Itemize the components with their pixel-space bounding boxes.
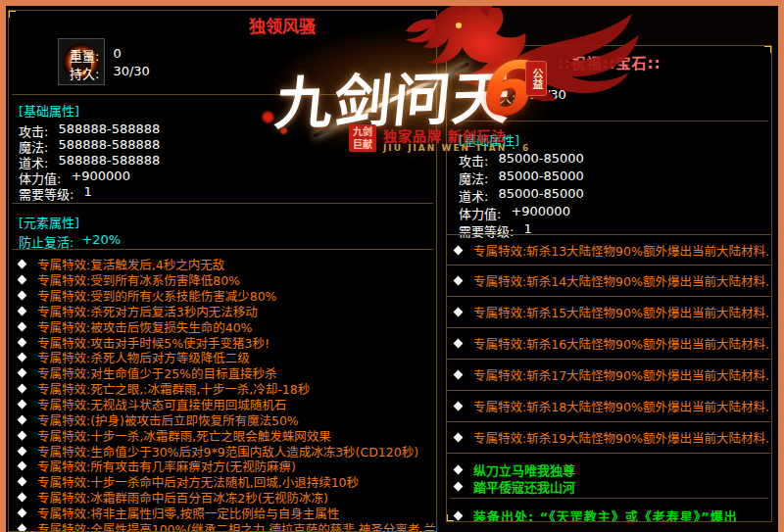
stat-label: 道术:	[19, 153, 48, 169]
base-stats: 攻击: 85000-85000 魔法: 85000-85000 道术: 8500…	[459, 151, 584, 239]
diamond-bullet-icon	[18, 461, 27, 471]
effect-list: 专属特效:复活触发后,4秒之内无敌 专属特效:受到所有冰系伤害降低80% 专属特…	[19, 257, 436, 532]
divider	[450, 121, 768, 121]
weight-label: 重量:	[486, 70, 515, 88]
corner-accent	[764, 45, 772, 53]
diamond-bullet-icon	[18, 493, 27, 503]
effect-row: 专属特效:斩杀15大陆怪物90%额外爆出当前大陆材料.	[447, 297, 771, 328]
divider	[450, 498, 768, 499]
weight-value: 0	[113, 46, 121, 65]
effect-row: 专属特效:全属性提高100%(继承二相之力,德拉克萨的慈悲,神圣分离者,兰德里的	[19, 520, 436, 532]
diamond-bullet-icon	[18, 477, 27, 487]
stat-row: 攻击: 85000-85000	[459, 151, 584, 169]
durability-label: 持久:	[486, 87, 515, 106]
diamond-bullet-icon	[454, 433, 464, 443]
diamond-bullet-icon	[454, 276, 464, 286]
diamond-bullet-icon	[454, 339, 464, 349]
divider	[12, 203, 433, 204]
slogan-row: 纵刀立马唯我独尊	[455, 461, 771, 478]
effect-row: 专属特效:斩杀19大陆怪物90%额外爆出当前大陆材料.	[447, 422, 771, 454]
stat-value: 588888-588888	[58, 121, 160, 137]
effect-row: 专属特效:斩杀16大陆怪物90%额外爆出当前大陆材料.	[447, 328, 771, 360]
stat-label: 体力值:	[459, 204, 501, 221]
effect-table: 专属特效:斩杀13大陆怪物90%额外爆出当前大陆材料. 专属特效:斩杀14大陆怪…	[447, 234, 771, 454]
weight-row: 重量: 0	[70, 46, 122, 65]
stat-row: 体力值: +900000	[19, 169, 160, 184]
corner-accent	[446, 514, 454, 522]
diamond-bullet-icon	[454, 510, 464, 520]
stat-label: 体力值:	[19, 169, 61, 184]
right-item-tooltip: ::祝福::宝石:: 重量: 0 持久: 30/30 [基础属性] 攻击: 85…	[446, 45, 772, 522]
diamond-bullet-icon	[18, 307, 27, 316]
weight-label: 重量:	[70, 46, 99, 65]
section-header-base: [基础属性]	[459, 130, 519, 149]
stat-row: 道术: 85000-85000	[459, 186, 584, 204]
durability-row: 持久: 30/30	[70, 64, 150, 82]
diamond-bullet-icon	[18, 508, 27, 517]
stat-row: 防止复活: +20%	[19, 232, 121, 248]
stat-label: 道术:	[459, 186, 488, 204]
weight-value: 0	[529, 70, 537, 88]
stat-value: 85000-85000	[498, 151, 583, 169]
diamond-bullet-icon	[18, 384, 27, 394]
stat-value: +20%	[81, 232, 121, 248]
diamond-bullet-icon	[18, 321, 27, 331]
diamond-bullet-icon	[454, 482, 464, 492]
stat-row: 魔法: 85000-85000	[459, 169, 584, 186]
weight-row: 重量: 0	[486, 70, 538, 88]
diamond-bullet-icon	[454, 465, 464, 475]
corner-accent	[8, 10, 16, 18]
durability-value: 30/30	[529, 87, 565, 106]
diamond-bullet-icon	[454, 370, 464, 380]
stat-row: 魔法: 588888-588888	[19, 137, 160, 153]
stat-row: 体力值: +900000	[459, 204, 584, 221]
stat-label: 攻击:	[19, 121, 48, 137]
effect-row: 专属特效:斩杀18大陆怪物90%额外爆出当前大陆材料.	[447, 391, 771, 422]
effect-row: 专属特效:斩杀13大陆怪物90%额外爆出当前大陆材料.	[447, 234, 771, 266]
effect-row: 专属特效:斩杀17大陆怪物90%额外爆出当前大陆材料.	[447, 360, 771, 391]
diamond-bullet-icon	[454, 308, 464, 317]
diamond-bullet-icon	[18, 337, 27, 347]
diamond-bullet-icon	[18, 368, 27, 378]
diamond-bullet-icon	[18, 275, 27, 285]
effect-row: 专属特效:斩杀14大陆怪物90%额外爆出当前大陆材料.	[447, 266, 771, 297]
left-item-tooltip: 独领风骚 重量: 0	[8, 10, 437, 532]
stat-row: 需要等级: 1	[19, 184, 160, 200]
stat-value: 85000-85000	[498, 186, 583, 204]
stat-value: 588888-588888	[58, 153, 160, 169]
durability-row: 持久: 30/30	[486, 87, 566, 106]
stat-value: +900000	[511, 204, 570, 221]
stat-row: 道术: 588888-588888	[19, 153, 160, 169]
element-stats: 防止复活: +20%	[19, 232, 121, 248]
diamond-bullet-icon	[18, 446, 27, 456]
durability-label: 持久:	[70, 64, 99, 82]
stat-value: 1	[83, 184, 91, 200]
stat-label: 魔法:	[19, 137, 48, 153]
stat-value: +900000	[71, 169, 130, 184]
game-screen: 独领风骚 重量: 0	[0, 0, 784, 532]
slogan-list: 纵刀立马唯我独尊 踏平倭寇还我山河	[455, 461, 771, 495]
diamond-bullet-icon	[18, 414, 27, 424]
item-source-text: 装备出处: “《天罡教主》或《老寿星》”爆出	[473, 507, 738, 523]
slogan-row: 踏平倭寇还我山河	[455, 478, 771, 495]
diamond-bullet-icon	[454, 245, 464, 255]
diamond-bullet-icon	[18, 353, 27, 363]
base-stats: 攻击: 588888-588888 魔法: 588888-588888 道术: …	[19, 121, 160, 200]
stat-value: 588888-588888	[58, 137, 160, 153]
divider	[12, 94, 433, 95]
diamond-bullet-icon	[18, 523, 27, 532]
diamond-bullet-icon	[18, 260, 27, 269]
diamond-bullet-icon	[18, 400, 27, 410]
durability-value: 30/30	[113, 64, 149, 82]
stat-label: 需要等级:	[19, 184, 74, 200]
stat-label: 攻击:	[459, 151, 488, 169]
divider	[12, 249, 433, 250]
section-header-element: [元素属性]	[19, 213, 79, 231]
stat-row: 攻击: 588888-588888	[19, 121, 160, 137]
item-name: 独领风骚	[249, 13, 316, 37]
diamond-bullet-icon	[18, 430, 27, 440]
stat-value: 85000-85000	[498, 169, 583, 186]
stat-label: 防止复活:	[19, 232, 74, 248]
item-source-row: 装备出处: “《天罡教主》或《老寿星》”爆出	[455, 505, 771, 522]
stat-label: 魔法:	[459, 169, 488, 186]
